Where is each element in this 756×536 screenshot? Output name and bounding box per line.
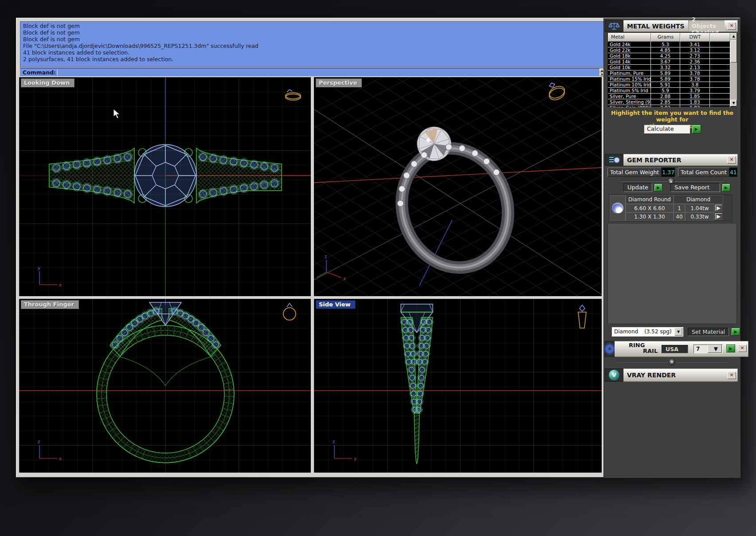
metal-table-scrollbar[interactable]: ▲ ▼: [730, 33, 737, 106]
column-header-blank[interactable]: [710, 33, 730, 42]
metal-row[interactable]: Gold 14k3.672.36: [608, 59, 730, 65]
total-gem-count-value: 41: [729, 168, 737, 177]
metal-table-body: Gold 24k5.33.41Gold 22k4.853.12Gold 18k4…: [608, 42, 730, 107]
gem-row[interactable]: 1.30 X 1.30400.33tw▶: [626, 212, 732, 221]
total-gem-weight-label: Total Gem Weight: [607, 168, 662, 177]
ring-size-value: 7: [694, 346, 708, 352]
right-panel: METAL WEIGHTS 2 Objects Checked × Metal …: [603, 18, 740, 478]
ring-rail-header: RING RAIL USA 7 ▼ ▶ ×: [605, 341, 738, 357]
viewport-looking-down[interactable]: yx Looking Down: [19, 77, 311, 296]
total-gem-count-label: Total Gem Count: [678, 168, 729, 177]
ring-front-view-drawing: zx: [19, 299, 311, 473]
gem-report-area: [607, 223, 737, 324]
metal-row[interactable]: Silver, Pure2.881.85: [608, 94, 730, 99]
scale-icon: [605, 20, 623, 32]
ring-rail-go-button[interactable]: ▶: [726, 344, 735, 352]
set-material-go-button[interactable]: ▶: [731, 328, 740, 336]
command-input[interactable]: [57, 69, 611, 76]
metal-weights-header: METAL WEIGHTS 2 Objects Checked ×: [605, 20, 738, 32]
ring-size-dropdown[interactable]: 7 ▼: [693, 344, 723, 353]
metal-row[interactable]: Gold 10k3.322.13: [608, 65, 730, 70]
material-row: Diamond (3.52 spg) ▼ Set Material ▶: [611, 327, 740, 336]
command-history-line: 2 polysurfaces, 41 block instances added…: [23, 56, 607, 63]
save-report-button[interactable]: Save Report: [670, 183, 720, 192]
vray-render-title: VRAY RENDER: [627, 372, 676, 379]
ring-perspective-drawing: zx: [314, 77, 602, 296]
update-button[interactable]: Update: [623, 183, 652, 192]
svg-text:x: x: [343, 276, 346, 281]
slider-knob[interactable]: ▼: [669, 359, 675, 365]
metal-row[interactable]: Gold 18k4.252.73: [608, 53, 730, 59]
viewport-label-perspective[interactable]: Perspective: [316, 78, 362, 87]
svg-text:z: z: [333, 439, 335, 444]
scrollbar-thumb[interactable]: [730, 39, 737, 63]
viewport-area: yx Looking Down: [19, 77, 602, 473]
scroll-down-button[interactable]: ▼: [730, 100, 737, 106]
save-report-go-button[interactable]: ▶: [722, 184, 730, 192]
metal-row[interactable]: Platinum 15% Irid5.893.78: [608, 76, 730, 82]
material-dropdown[interactable]: Diamond (3.52 spg) ▼: [611, 327, 683, 336]
command-history-line: File "C:\Users\andja.djordjevic\Download…: [23, 43, 607, 49]
objects-checked-status: 2 Objects Checked: [688, 20, 725, 31]
viewport-through-finger[interactable]: zx Through Finger: [19, 299, 311, 473]
ring-rail-slider: ▼: [617, 359, 727, 365]
metal-row[interactable]: Silver, Sterling (9...2.851.83: [608, 99, 730, 105]
metal-table-header: Metal Grams DWT: [608, 33, 730, 42]
ring-side-view-drawing: zy: [314, 299, 602, 473]
dropdown-arrow-icon[interactable]: ▼: [708, 345, 722, 353]
svg-text:z: z: [325, 254, 327, 259]
svg-text:y: y: [354, 456, 356, 461]
command-history-line: Block def is not gem: [23, 23, 607, 29]
center-stone-top: [134, 145, 196, 207]
metal-row[interactable]: Gold 22k4.853.12: [608, 47, 730, 53]
svg-text:y: y: [38, 266, 40, 270]
viewport-perspective[interactable]: zx Perspective: [314, 77, 602, 296]
set-material-button[interactable]: Set Material: [688, 328, 729, 336]
metal-row[interactable]: Gold 24k5.33.41: [608, 42, 730, 47]
command-history-line: Block def is not gem: [23, 29, 607, 36]
gem-report-icon: [605, 154, 623, 166]
material-name: Diamond: [614, 329, 638, 335]
column-header-dwt[interactable]: DWT: [680, 33, 710, 42]
close-icon[interactable]: ×: [727, 22, 736, 30]
gem-totals-row: Total Gem Weight 1.37 Total Gem Count 41: [607, 168, 737, 177]
gem-thumbnail: [610, 195, 626, 221]
metal-row[interactable]: Silver, Coin (900)2.831.82: [608, 105, 730, 107]
ring-icon: [605, 341, 615, 357]
calculate-button[interactable]: Calculate: [644, 125, 690, 133]
viewport-label-looking-down[interactable]: Looking Down: [21, 78, 74, 87]
column-header-metal[interactable]: Metal: [608, 33, 651, 42]
svg-text:x: x: [59, 282, 62, 287]
ring-rail-title-2: RAIL: [618, 348, 651, 354]
viewport-side-view[interactable]: zy Side View: [314, 299, 602, 473]
metal-row[interactable]: Platinum 10% Irid5.913.8: [608, 82, 730, 88]
close-icon[interactable]: ×: [727, 156, 736, 164]
command-history[interactable]: Block def is not gemBlock def is not gem…: [20, 21, 611, 67]
command-history-line: Block def is not gem: [23, 36, 607, 43]
vray-render-header: V VRAY RENDER ×: [605, 368, 738, 382]
metal-row[interactable]: Platinum 5% Irid5.93.79: [608, 88, 730, 94]
close-icon[interactable]: ×: [727, 372, 736, 379]
region-field[interactable]: USA: [662, 345, 688, 353]
viewport-label-side-view[interactable]: Side View: [316, 300, 356, 309]
gem-row-go-button[interactable]: ▶: [715, 204, 722, 211]
update-go-button[interactable]: ▶: [654, 184, 662, 192]
vray-sphere-icon: V: [605, 368, 623, 382]
gem-reporter-title: GEM REPORTER: [627, 156, 681, 164]
gem-row-go-button[interactable]: ▶: [715, 213, 722, 220]
viewport-label-through-finger[interactable]: Through Finger: [21, 300, 79, 309]
calculate-row: Calculate ▶: [644, 125, 701, 133]
svg-text:x: x: [59, 456, 62, 461]
gem-col-diamond: Diamond: [674, 195, 723, 204]
scroll-up-button[interactable]: ▲: [730, 33, 737, 39]
close-icon[interactable]: ×: [738, 344, 747, 352]
dropdown-arrow-icon[interactable]: ▼: [674, 328, 682, 336]
gem-row[interactable]: 6.60 X 6.6011.04tw▶: [626, 204, 732, 212]
metal-row[interactable]: Platinum, Pure5.893.78: [608, 70, 730, 76]
command-area: Block def is not gemBlock def is not gem…: [19, 20, 619, 76]
calculate-go-button[interactable]: ▶: [692, 125, 701, 133]
column-header-grams[interactable]: Grams: [651, 33, 680, 42]
material-density: (3.52 spg): [644, 329, 671, 335]
command-prompt-row: Command:: [20, 68, 611, 76]
command-prompt-label: Command:: [23, 69, 56, 76]
